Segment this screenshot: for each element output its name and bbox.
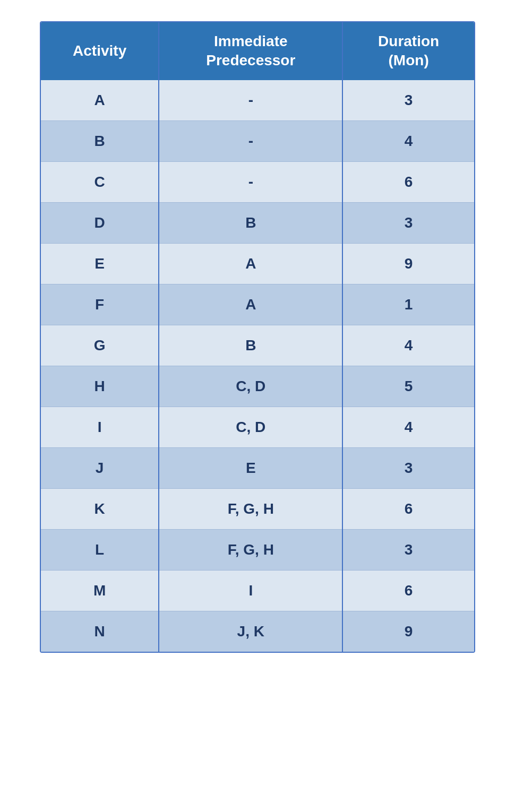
- predecessor-cell: C, D: [159, 407, 342, 447]
- predecessor-cell: J, K: [159, 611, 342, 652]
- predecessor-cell: A: [159, 243, 342, 284]
- activity-cell: C: [41, 161, 159, 202]
- activity-cell: G: [41, 325, 159, 366]
- activity-table: ActivityImmediatePredecessorDuration(Mon…: [40, 21, 475, 653]
- predecessor-cell: F, G, H: [159, 488, 342, 529]
- predecessor-cell: C, D: [159, 366, 342, 407]
- activity-cell: H: [41, 366, 159, 407]
- predecessor-cell: I: [159, 570, 342, 611]
- table-row: KF, G, H6: [41, 488, 474, 529]
- duration-cell: 4: [342, 325, 474, 366]
- duration-cell: 6: [342, 488, 474, 529]
- table-row: DB3: [41, 202, 474, 243]
- table-row: C-6: [41, 161, 474, 202]
- predecessor-cell: -: [159, 161, 342, 202]
- activity-cell: I: [41, 407, 159, 447]
- activity-cell: B: [41, 120, 159, 161]
- duration-cell: 4: [342, 407, 474, 447]
- activity-cell: D: [41, 202, 159, 243]
- activity-cell: F: [41, 284, 159, 325]
- predecessor-cell: A: [159, 284, 342, 325]
- activity-cell: J: [41, 447, 159, 488]
- table-row: JE3: [41, 447, 474, 488]
- duration-cell: 4: [342, 120, 474, 161]
- activity-cell: K: [41, 488, 159, 529]
- table-row: LF, G, H3: [41, 529, 474, 570]
- table-row: MI6: [41, 570, 474, 611]
- duration-cell: 6: [342, 570, 474, 611]
- table-row: GB4: [41, 325, 474, 366]
- predecessor-cell: B: [159, 202, 342, 243]
- activity-cell: E: [41, 243, 159, 284]
- activity-cell: M: [41, 570, 159, 611]
- duration-cell: 3: [342, 202, 474, 243]
- duration-cell: 6: [342, 161, 474, 202]
- table-row: A-3: [41, 80, 474, 121]
- duration-cell: 9: [342, 243, 474, 284]
- predecessor-cell: B: [159, 325, 342, 366]
- table-row: HC, D5: [41, 366, 474, 407]
- predecessor-cell: -: [159, 120, 342, 161]
- table-row: EA9: [41, 243, 474, 284]
- duration-cell: 9: [342, 611, 474, 652]
- duration-cell: 3: [342, 529, 474, 570]
- duration-cell: 1: [342, 284, 474, 325]
- col-duration: Duration(Mon): [342, 22, 474, 80]
- predecessor-cell: E: [159, 447, 342, 488]
- col-activity: Activity: [41, 22, 159, 80]
- duration-cell: 3: [342, 80, 474, 121]
- table-row: FA1: [41, 284, 474, 325]
- activity-cell: N: [41, 611, 159, 652]
- predecessor-cell: -: [159, 80, 342, 121]
- col-predecessor: ImmediatePredecessor: [159, 22, 342, 80]
- predecessor-cell: F, G, H: [159, 529, 342, 570]
- table-row: B-4: [41, 120, 474, 161]
- duration-cell: 5: [342, 366, 474, 407]
- table-header-row: ActivityImmediatePredecessorDuration(Mon…: [41, 22, 474, 80]
- activity-cell: L: [41, 529, 159, 570]
- activity-cell: A: [41, 80, 159, 121]
- table-row: NJ, K9: [41, 611, 474, 652]
- table-row: IC, D4: [41, 407, 474, 447]
- duration-cell: 3: [342, 447, 474, 488]
